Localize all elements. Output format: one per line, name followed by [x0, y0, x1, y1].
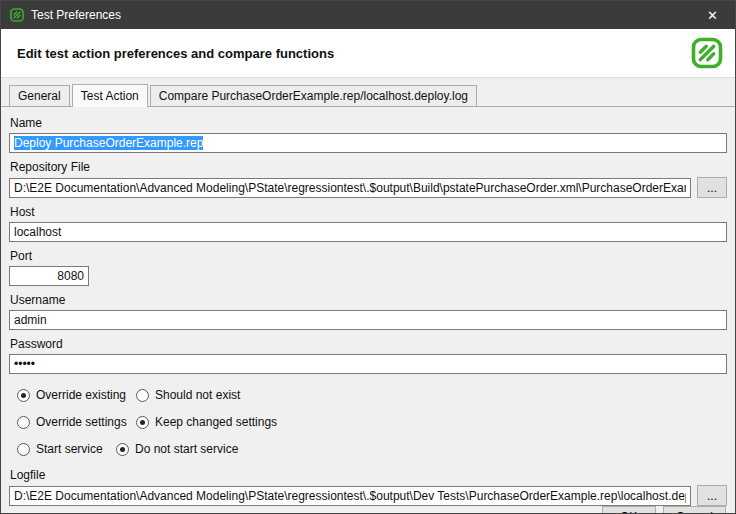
service-radio-group: Start service Do not start service: [9, 442, 727, 456]
tab-compare[interactable]: Compare PurchaseOrderExample.rep/localho…: [150, 85, 477, 106]
username-label: Username: [10, 293, 727, 307]
dialog-header: Edit test action preferences and compare…: [1, 29, 735, 78]
radio-override-existing[interactable]: Override existing: [17, 388, 136, 402]
radio-label: Override existing: [36, 388, 126, 402]
radio-button-icon: [17, 443, 30, 456]
host-input[interactable]: [9, 222, 727, 242]
radio-label: Keep changed settings: [155, 415, 277, 429]
logfile-input[interactable]: [9, 486, 691, 506]
tab-bar: General Test Action Compare PurchaseOrde…: [1, 78, 735, 106]
name-label: Name: [10, 116, 727, 130]
radio-button-icon: [17, 389, 30, 402]
password-input[interactable]: [9, 354, 727, 374]
name-input[interactable]: Deploy PurchaseOrderExample.rep: [9, 133, 727, 153]
radio-button-icon: [136, 416, 149, 429]
radio-label: Do not start service: [135, 442, 238, 456]
dialog-footer: OK Cancel: [9, 506, 727, 514]
logfile-browse-button[interactable]: ...: [697, 485, 727, 506]
app-icon: [9, 7, 25, 23]
radio-button-icon: [17, 416, 30, 429]
repository-file-label: Repository File: [10, 160, 727, 174]
host-label: Host: [10, 205, 727, 219]
radio-do-not-start-service[interactable]: Do not start service: [116, 442, 238, 456]
port-label: Port: [10, 249, 727, 263]
radio-button-icon: [116, 443, 129, 456]
repository-file-row: ...: [9, 177, 727, 198]
radio-should-not-exist[interactable]: Should not exist: [136, 388, 240, 402]
logfile-label: Logfile: [10, 468, 727, 482]
radio-label: Start service: [36, 442, 103, 456]
repository-browse-button[interactable]: ...: [697, 177, 727, 198]
tab-general[interactable]: General: [9, 85, 70, 106]
radio-override-settings[interactable]: Override settings: [17, 415, 136, 429]
radio-label: Override settings: [36, 415, 127, 429]
test-action-pane: Name Deploy PurchaseOrderExample.rep Rep…: [1, 106, 735, 514]
password-label: Password: [10, 337, 727, 351]
radio-start-service[interactable]: Start service: [17, 442, 116, 456]
title-bar: Test Preferences ✕: [1, 1, 735, 29]
test-preferences-dialog: Test Preferences ✕ Edit test action pref…: [0, 0, 736, 514]
logfile-row: ...: [9, 485, 727, 506]
radio-label: Should not exist: [155, 388, 240, 402]
username-input[interactable]: [9, 310, 727, 330]
cancel-button[interactable]: Cancel: [663, 506, 726, 514]
window-title: Test Preferences: [31, 8, 121, 22]
close-button[interactable]: ✕: [690, 1, 735, 29]
exist-radio-group: Override existing Should not exist: [9, 388, 727, 402]
name-selected-text: Deploy PurchaseOrderExample.rep: [14, 136, 203, 150]
e2e-logo-icon: [689, 35, 725, 71]
dialog-subtitle: Edit test action preferences and compare…: [17, 46, 334, 61]
settings-radio-group: Override settings Keep changed settings: [9, 415, 727, 429]
radio-keep-changed-settings[interactable]: Keep changed settings: [136, 415, 277, 429]
tab-test-action[interactable]: Test Action: [72, 84, 148, 107]
ok-button[interactable]: OK: [602, 506, 656, 514]
port-input[interactable]: [9, 266, 89, 286]
repository-file-input[interactable]: [9, 178, 691, 198]
radio-button-icon: [136, 389, 149, 402]
